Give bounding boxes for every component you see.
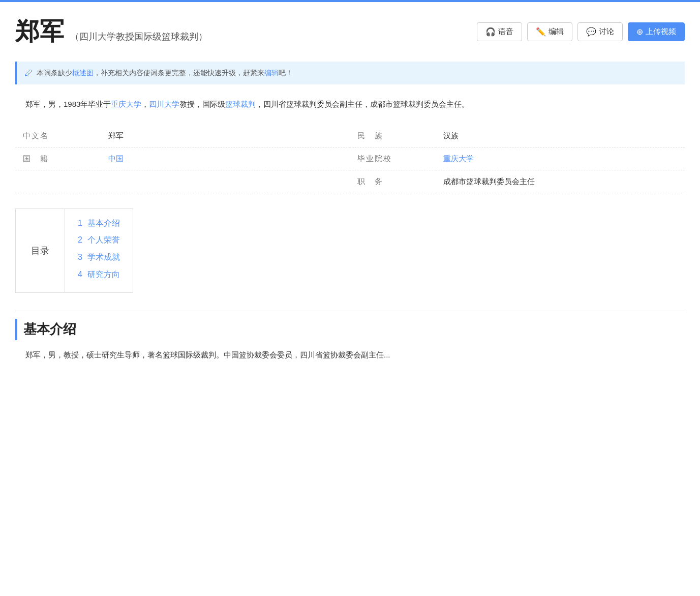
notice-bar: 🖊 本词条缺少概述图，补充相关内容使词条更完整，还能快速升级，赶紧来编辑吧！ [15,62,685,85]
section-title-basic-intro: 基本介绍 [15,319,685,340]
table-row: 职 务 成都市篮球裁判委员会主任 [15,170,685,193]
label-empty1 [15,170,101,193]
toc-link-2[interactable]: 2 个人荣誉 [78,233,120,247]
discuss-button[interactable]: 💬 讨论 [577,22,623,41]
section-content-basic-intro: 郑军，男，教授，硕士研究生导师，著名篮球国际级裁判。中国篮协裁委会委员，四川省篮… [15,348,685,363]
info-table: 中文名 郑军 民 族 汉族 国 籍 中国 毕业院校 重庆大学 职 务 成都市篮球… [15,125,685,193]
intro-text: 郑军，男，1983年毕业于重庆大学，四川大学教授，国际级篮球裁判，四川省篮球裁判… [15,97,685,112]
voice-button[interactable]: 🎧 语音 [477,22,522,41]
upload-label: 上传视频 [646,27,676,37]
label-position: 职 务 [350,170,435,193]
link-basketball-referee[interactable]: 篮球裁判 [225,100,256,108]
toc-link-4[interactable]: 4 研究方向 [78,268,120,281]
value-chinese-name: 郑军 [101,125,350,147]
headphone-icon: 🎧 [485,27,496,37]
table-row: 国 籍 中国 毕业院校 重庆大学 [15,147,685,170]
title-area: 郑军 （四川大学教授国际级篮球裁判） [15,12,207,51]
toc-section: 目录 1 基本介绍 2 个人荣誉 3 学术成就 [15,208,133,293]
value-position: 成都市篮球裁判委员会主任 [436,170,685,193]
edit-label: 编辑 [549,27,564,37]
upload-video-button[interactable]: ⊕ 上传视频 [628,22,685,41]
toc-item-3: 3 学术成就 [78,251,120,264]
value-empty1 [101,170,350,193]
page-container: 郑军 （四川大学教授国际级篮球裁判） 🎧 语音 ✏️ 编辑 💬 讨论 ⊕ 上传视… [0,2,700,372]
value-ethnicity: 汉族 [436,125,685,147]
pencil-icon: ✏️ [536,27,546,37]
toc-list: 1 基本介绍 2 个人荣誉 3 学术成就 4 研究方向 [65,209,133,292]
table-row: 中文名 郑军 民 族 汉族 [15,125,685,147]
label-chinese-name: 中文名 [15,125,101,147]
info-icon: 🖊 [24,67,33,80]
value-nationality: 中国 [101,147,350,170]
notice-text: 本词条缺少概述图，补充相关内容使词条更完整，还能快速升级，赶紧来编辑吧！ [37,67,293,78]
voice-label: 语音 [498,27,513,37]
notice-link-abstract[interactable]: 概述图 [72,69,94,77]
link-chongqing-uni[interactable]: 重庆大学 [111,100,141,108]
link-sichuan-uni[interactable]: 四川大学 [149,100,179,108]
toc-item-4: 4 研究方向 [78,268,120,281]
toc-link-3[interactable]: 3 学术成就 [78,251,120,264]
link-china[interactable]: 中国 [108,154,124,163]
plus-circle-icon: ⊕ [636,27,643,37]
toc-link-1[interactable]: 1 基本介绍 [78,217,120,230]
action-buttons: 🎧 语音 ✏️ 编辑 💬 讨论 ⊕ 上传视频 [477,22,685,41]
page-title: 郑军 [15,12,64,51]
page-subtitle: （四川大学教授国际级篮球裁判） [70,29,207,44]
label-ethnicity: 民 族 [350,125,435,147]
toc-item-2: 2 个人荣誉 [78,233,120,247]
header-section: 郑军 （四川大学教授国际级篮球裁判） 🎧 语音 ✏️ 编辑 💬 讨论 ⊕ 上传视… [15,12,685,51]
section-divider [15,311,685,311]
section-basic-intro: 基本介绍 郑军，男，教授，硕士研究生导师，著名篮球国际级裁判。中国篮协裁委会委员… [15,311,685,362]
chat-icon: 💬 [586,27,596,37]
label-nationality: 国 籍 [15,147,101,170]
discuss-label: 讨论 [599,27,614,37]
link-university[interactable]: 重庆大学 [443,154,474,163]
toc-item-1: 1 基本介绍 [78,217,120,230]
notice-link-edit[interactable]: 编辑 [264,69,279,77]
value-university: 重庆大学 [436,147,685,170]
toc-label: 目录 [16,209,65,292]
label-university: 毕业院校 [350,147,435,170]
edit-button[interactable]: ✏️ 编辑 [527,22,572,41]
